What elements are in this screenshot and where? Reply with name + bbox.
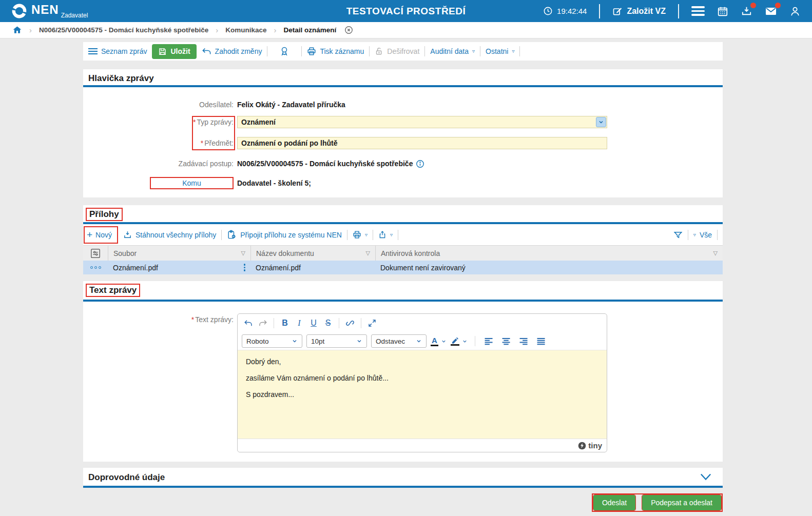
filter-vse-menu[interactable]: ▿ Vše <box>693 231 712 239</box>
clock-icon <box>543 6 553 16</box>
toolbar-divider <box>373 230 373 240</box>
print-attachments-button[interactable]: ▿ <box>353 230 368 239</box>
unlock-icon <box>375 47 383 56</box>
close-tab-icon[interactable] <box>344 26 353 34</box>
pripojit-prilohu-button[interactable]: Připojit přílohu ze systému NEN <box>227 230 342 240</box>
redo-icon[interactable] <box>256 316 269 330</box>
info-icon[interactable] <box>416 160 424 168</box>
download-notification-dot <box>750 3 756 8</box>
section-doprovodne-udaje[interactable]: Doprovodné údaje <box>83 468 723 488</box>
calendar-icon[interactable] <box>717 6 728 17</box>
page-actions: Odeslat Podepsat a odeslat <box>83 493 723 512</box>
nen-logo[interactable]: NEN Zadavatel <box>11 3 88 19</box>
komu-button[interactable]: Komu <box>150 177 234 189</box>
breadcrumb-separator: › <box>216 26 218 34</box>
text-color-button[interactable]: A <box>431 336 447 346</box>
typ-zpravy-dropdown-button[interactable] <box>596 117 606 127</box>
highlight-color-button[interactable] <box>451 336 468 346</box>
chevron-down-icon[interactable] <box>441 339 447 344</box>
column-filter-icon[interactable]: ▽ <box>241 250 245 256</box>
nen-ring-icon <box>11 3 27 19</box>
underline-button[interactable]: U <box>307 316 320 330</box>
breadcrumb-separator: › <box>274 26 276 34</box>
podepsat-odeslat-button[interactable]: Podepsat a odeslat <box>642 495 721 510</box>
predmet-input[interactable] <box>237 137 607 149</box>
section-hlavicka-zpravy: Hlavička zprávy Odesílatel: Felix Okátý … <box>83 69 723 197</box>
odesilatel-value: Felix Okátý - Zadavatel příručka <box>237 98 345 109</box>
block-format-select[interactable]: Odstavec <box>371 334 427 348</box>
row-actions-icon[interactable] <box>90 266 101 269</box>
align-left-button[interactable] <box>482 334 496 348</box>
zadavaci-postup-label: Zadávací postup: <box>83 157 234 168</box>
text-color-icon: A <box>431 336 438 346</box>
typ-zpravy-input[interactable] <box>237 116 607 128</box>
certificate-ribbon-icon <box>280 46 289 56</box>
export-attachments-button[interactable]: ▿ <box>378 230 393 239</box>
chevron-down-icon <box>292 338 298 344</box>
breadcrumb-item-procedure[interactable]: N006/25/V00004575 - Domácí kuchyňské spo… <box>39 26 208 34</box>
session-clock: 19:42:44 <box>543 6 587 16</box>
font-family-select[interactable]: Roboto <box>242 334 302 348</box>
toolbar-divider <box>339 318 339 328</box>
stahnout-prilohy-button[interactable]: Stáhnout všechny přílohy <box>123 230 216 239</box>
italic-button[interactable]: I <box>293 316 306 330</box>
message-toolbar: Seznam zpráv Uložit Zahodit změny <box>83 42 723 61</box>
tiny-logo-icon[interactable] <box>578 442 586 450</box>
breadcrumb-item-komunikace[interactable]: Komunikace <box>225 26 266 34</box>
toolbar-divider <box>361 318 361 328</box>
user-icon[interactable] <box>789 6 801 17</box>
breadcrumb: › N006/25/V00004575 - Domácí kuchyňské s… <box>0 22 812 38</box>
chevron-down-icon <box>416 338 422 344</box>
zadavaci-postup-value: N006/25/V00004575 - Domácí kuchyňské spo… <box>237 160 413 168</box>
justify-button[interactable] <box>535 334 548 348</box>
toolbar-divider <box>347 230 347 240</box>
seznam-zprav-button[interactable]: Seznam zpráv <box>88 47 147 55</box>
certificate-button[interactable] <box>273 46 296 56</box>
column-header-nazev[interactable]: Název dokumentu ▽ <box>250 246 375 261</box>
toolbar-divider <box>267 46 267 56</box>
bold-button[interactable]: B <box>278 316 292 330</box>
toolbar-divider <box>398 230 398 240</box>
toolbar-divider <box>424 46 425 56</box>
drag-handle-icon[interactable] <box>244 264 246 271</box>
link-button[interactable] <box>343 316 357 330</box>
message-body-editor[interactable]: Dobrý den, zasíláme Vám oznámení o podán… <box>238 350 607 439</box>
tiny-brand-text[interactable]: tiny <box>588 441 602 450</box>
section-title: Hlavička zprávy <box>83 69 723 87</box>
printer-icon <box>307 47 316 56</box>
column-filter-icon[interactable]: ▽ <box>713 250 718 256</box>
undo-icon[interactable] <box>242 316 255 330</box>
downloads-icon[interactable] <box>741 5 752 17</box>
align-center-button[interactable] <box>500 334 513 348</box>
topbar-divider <box>599 4 600 18</box>
mail-icon[interactable] <box>765 5 777 17</box>
menu-icon[interactable] <box>691 6 705 16</box>
font-size-select[interactable]: 10pt <box>306 334 367 348</box>
column-settings-button[interactable] <box>83 246 108 261</box>
zahodit-zmeny-button[interactable]: Zahodit změny <box>202 47 262 55</box>
section-title: Text zprávy <box>86 284 140 297</box>
create-vz-button[interactable]: Založit VZ <box>612 6 666 16</box>
tisk-zaznamu-button[interactable]: Tisk záznamu <box>307 47 364 56</box>
toolbar-divider <box>274 318 274 328</box>
message-line: zasíláme Vám oznámení o podání po lhůtě.… <box>246 373 598 383</box>
column-header-antivir[interactable]: Antivirová kontrola ▽ <box>375 246 723 261</box>
odeslat-button[interactable]: Odeslat <box>593 495 635 510</box>
auditni-data-menu[interactable]: Auditní data ▿ <box>430 47 475 55</box>
attachment-row[interactable]: Oznámení.pdf Oznámení.pdf Dokument není … <box>83 261 723 274</box>
column-filter-icon[interactable]: ▽ <box>366 250 370 256</box>
chevron-down-icon[interactable] <box>462 339 468 344</box>
strikethrough-button[interactable]: S <box>321 316 335 330</box>
desifrovat-button[interactable]: Dešifrovat <box>375 47 419 56</box>
ulozit-button[interactable]: Uložit <box>152 44 196 59</box>
align-right-button[interactable] <box>517 334 531 348</box>
ostatni-menu[interactable]: Ostatni ▿ <box>486 47 514 55</box>
breadcrumb-separator: › <box>29 26 32 34</box>
column-header-soubor[interactable]: Soubor ▽ <box>108 246 250 261</box>
novy-button[interactable]: + Nový <box>84 226 118 244</box>
home-icon[interactable] <box>12 25 22 35</box>
clipboard-gear-icon <box>227 230 237 240</box>
fullscreen-button[interactable] <box>365 316 379 330</box>
expand-chevron-icon[interactable] <box>700 473 711 481</box>
filter-icon[interactable] <box>673 230 683 240</box>
